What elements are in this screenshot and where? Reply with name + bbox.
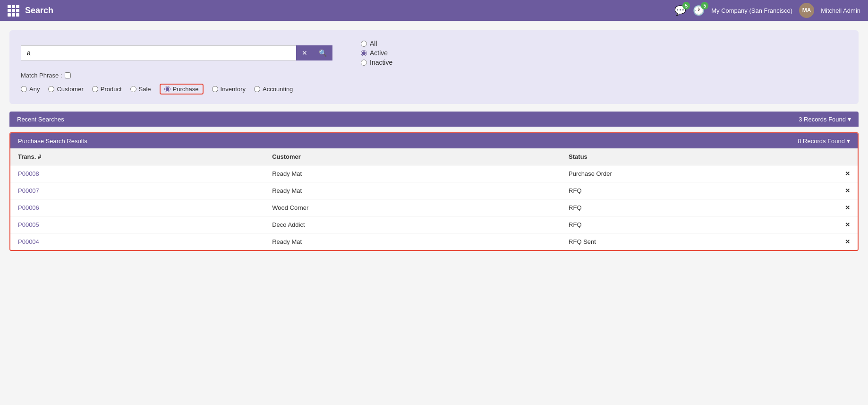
cell-trans-0[interactable]: P00008 (10, 165, 264, 182)
category-inventory-label: Inventory (221, 86, 246, 93)
avatar[interactable]: MA (799, 3, 814, 18)
category-product[interactable]: Product (92, 86, 122, 93)
status-active-label: Active (370, 49, 388, 57)
category-accounting-label: Accounting (263, 86, 293, 93)
category-any-radio[interactable] (21, 86, 27, 92)
col-header-status: Status (561, 148, 858, 165)
delete-button-0[interactable]: ✕ (845, 170, 850, 177)
cell-trans-2[interactable]: P00006 (10, 199, 264, 216)
cell-customer-1: Ready Mat (264, 182, 561, 199)
cell-customer-2: Wood Corner (264, 199, 561, 216)
navbar-right: 💬 5 🕐 5 My Company (San Francisco) MA Mi… (674, 3, 860, 18)
search-input[interactable] (21, 45, 296, 60)
results-table-body: P00008 Ready Mat Purchase Order ✕ P00007… (10, 165, 858, 250)
category-product-label: Product (101, 86, 122, 93)
delete-button-1[interactable]: ✕ (845, 187, 850, 194)
recent-chevron-down-icon[interactable] (848, 115, 851, 123)
cell-customer-4: Ready Mat (264, 233, 561, 250)
status-all-label: All (370, 40, 377, 47)
status-radio-group: All Active Inactive (361, 40, 392, 66)
category-row: Any Customer Product Sale Purchase Inven… (21, 84, 847, 95)
table-row[interactable]: P00004 Ready Mat RFQ Sent ✕ (10, 233, 858, 250)
category-purchase-label: Purchase (173, 86, 199, 93)
match-phrase-label: Match Phrase : (21, 72, 62, 79)
search-button[interactable]: 🔍 (313, 45, 332, 60)
trans-link-0[interactable]: P00008 (18, 170, 39, 177)
match-phrase-row: Match Phrase : (21, 72, 847, 79)
category-sale-radio[interactable] (130, 86, 136, 92)
cell-trans-3[interactable]: P00005 (10, 216, 264, 233)
trans-link-1[interactable]: P00007 (18, 187, 39, 194)
col-header-customer: Customer (264, 148, 561, 165)
activity-badge: 5 (701, 2, 708, 9)
trans-link-4[interactable]: P00004 (18, 238, 39, 245)
results-table-header-row: Trans. # Customer Status (10, 148, 858, 165)
results-header: Purchase Search Results 8 Records Found (10, 133, 858, 148)
status-all-option[interactable]: All (361, 40, 392, 47)
messages-badge: 5 (682, 2, 690, 9)
category-product-radio[interactable] (92, 86, 98, 92)
results-table: Trans. # Customer Status P00008 Ready Ma… (10, 148, 858, 250)
activity-icon-button[interactable]: 🕐 5 (693, 5, 705, 16)
status-active-radio[interactable] (361, 50, 367, 56)
table-row[interactable]: P00005 Deco Addict RFQ ✕ (10, 216, 858, 233)
table-row[interactable]: P00008 Ready Mat Purchase Order ✕ (10, 165, 858, 182)
category-accounting-radio[interactable] (254, 86, 260, 92)
category-customer-radio[interactable] (48, 86, 54, 92)
messages-icon-button[interactable]: 💬 5 (674, 5, 686, 16)
cell-customer-3: Deco Addict (264, 216, 561, 233)
table-row[interactable]: P00007 Ready Mat RFQ ✕ (10, 182, 858, 199)
results-chevron-down-icon[interactable] (847, 137, 850, 145)
results-section: Purchase Search Results 8 Records Found … (9, 132, 859, 251)
status-all-radio[interactable] (361, 41, 367, 47)
category-purchase-radio[interactable] (164, 86, 170, 92)
category-sale-label: Sale (139, 86, 151, 93)
match-phrase-checkbox[interactable] (65, 72, 71, 78)
cell-status-0: Purchase Order ✕ (561, 165, 858, 182)
main-content: ✕ 🔍 All Active Inactive Match Phrase (0, 21, 868, 405)
category-any-label: Any (29, 86, 40, 93)
navbar: Search 💬 5 🕐 5 My Company (San Francisco… (0, 0, 868, 21)
recent-count-text: 3 Records Found (799, 116, 846, 123)
results-table-head: Trans. # Customer Status (10, 148, 858, 165)
col-header-trans: Trans. # (10, 148, 264, 165)
clear-button[interactable]: ✕ (296, 45, 313, 60)
status-active-option[interactable]: Active (361, 49, 392, 57)
category-inventory-radio[interactable] (212, 86, 218, 92)
category-inventory[interactable]: Inventory (212, 86, 246, 93)
results-count: 8 Records Found (798, 137, 850, 145)
cell-status-4: RFQ Sent ✕ (561, 233, 858, 250)
status-inactive-radio[interactable] (361, 60, 367, 66)
trans-link-3[interactable]: P00005 (18, 221, 39, 228)
delete-button-4[interactable]: ✕ (845, 238, 850, 245)
recent-searches-count: 3 Records Found (799, 115, 851, 123)
search-input-wrap: ✕ 🔍 (21, 45, 332, 60)
delete-button-3[interactable]: ✕ (845, 221, 850, 228)
cell-status-3: RFQ ✕ (561, 216, 858, 233)
trans-link-2[interactable]: P00006 (18, 204, 39, 211)
cell-trans-4[interactable]: P00004 (10, 233, 264, 250)
search-panel: ✕ 🔍 All Active Inactive Match Phrase (9, 30, 859, 104)
results-title: Purchase Search Results (18, 138, 87, 145)
category-purchase[interactable]: Purchase (160, 84, 204, 95)
status-inactive-option[interactable]: Inactive (361, 59, 392, 66)
admin-name: Mitchell Admin (821, 7, 860, 14)
page-title: Search (25, 6, 674, 16)
delete-button-2[interactable]: ✕ (845, 204, 850, 211)
category-customer-label: Customer (57, 86, 83, 93)
category-customer[interactable]: Customer (48, 86, 83, 93)
table-row[interactable]: P00006 Wood Corner RFQ ✕ (10, 199, 858, 216)
cell-customer-0: Ready Mat (264, 165, 561, 182)
category-sale[interactable]: Sale (130, 86, 151, 93)
recent-searches-bar: Recent Searches 3 Records Found (9, 112, 859, 127)
results-count-text: 8 Records Found (798, 138, 845, 145)
category-any[interactable]: Any (21, 86, 40, 93)
search-row: ✕ 🔍 All Active Inactive (21, 40, 847, 66)
cell-trans-1[interactable]: P00007 (10, 182, 264, 199)
recent-searches-section: Recent Searches 3 Records Found (9, 112, 859, 127)
cell-status-2: RFQ ✕ (561, 199, 858, 216)
status-inactive-label: Inactive (370, 59, 392, 66)
category-accounting[interactable]: Accounting (254, 86, 293, 93)
apps-menu-icon[interactable] (8, 5, 19, 17)
company-name: My Company (San Francisco) (711, 7, 792, 14)
